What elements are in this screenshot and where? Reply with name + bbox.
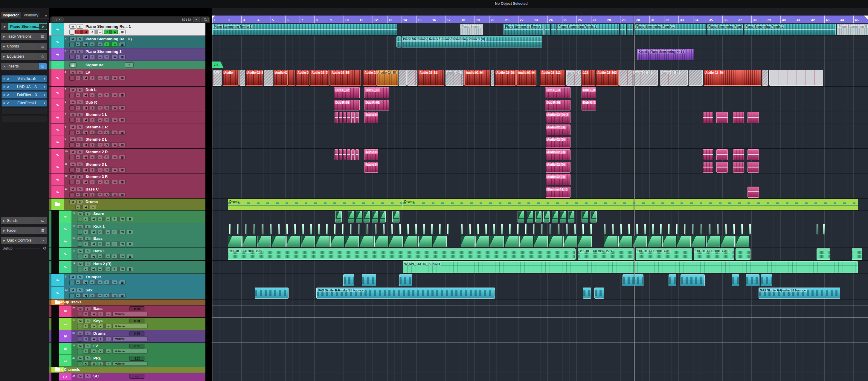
lanes-button[interactable]: ▥ [119, 118, 126, 122]
track-lane-gfold[interactable] [212, 300, 868, 306]
audio-clip[interactable] [612, 224, 614, 234]
audio-clip[interactable] [418, 236, 432, 247]
record-monitor-buttons[interactable]: ●◀ [83, 267, 96, 271]
inspector-section-track-versions[interactable]: ▶Track Versions▤ [1, 33, 47, 40]
audio-clip[interactable]: Audio 02_57 [660, 70, 688, 86]
audio-clip[interactable] [703, 112, 713, 123]
audio-clip[interactable] [364, 211, 370, 222]
audio-clip[interactable]: Drums [228, 199, 403, 210]
ruler-bar-17[interactable]: 17 [445, 15, 460, 23]
read-write-buttons[interactable]: RW [104, 75, 118, 80]
edit-channel-icon[interactable]: e [39, 24, 46, 30]
track-lane-dfold[interactable]: DrumsDrums [212, 199, 868, 210]
mute-button[interactable]: M [69, 100, 76, 105]
audio-clip[interactable]: Audio 02 [363, 70, 377, 86]
audio-clip[interactable] [706, 236, 720, 247]
insert-slot[interactable]: ≡eValhalla...rb▾ [1, 75, 47, 82]
audio-clip[interactable] [551, 24, 556, 35]
audio-clip[interactable]: Drums [403, 199, 858, 210]
audio-clip[interactable]: Audio 02 (D) [546, 162, 570, 173]
track-lane-g26[interactable] [212, 343, 868, 355]
record-monitor-buttons[interactable]: ●◀ [75, 180, 89, 184]
track-lane-sig[interactable]: 7/4+ [212, 61, 868, 69]
audio-clip[interactable] [620, 24, 626, 35]
solo-button[interactable]: S [84, 356, 91, 360]
track-color-strip[interactable]: ∿ [52, 69, 64, 86]
audio-clip[interactable] [343, 274, 354, 286]
audio-clip[interactable] [746, 274, 760, 286]
audio-clip[interactable]: 92_MN_STATIC_PERC-01 [403, 261, 858, 273]
edit-freeze-buttons[interactable]: e∞ [90, 168, 103, 172]
edit-freeze-buttons[interactable]: e∞ [90, 105, 103, 110]
track-row-bassc[interactable]: ∿13MSBass C●◀e∞RW▥ [49, 186, 206, 199]
ruler-bar-41[interactable]: 41 [795, 15, 810, 23]
audio-clip[interactable] [560, 211, 566, 222]
track-lane-ffold[interactable] [212, 367, 868, 373]
audio-clip[interactable] [347, 112, 350, 123]
ruler-bar-44[interactable]: 44 [839, 15, 854, 23]
automation-checkbox[interactable] [69, 155, 74, 160]
audio-clip[interactable] [334, 224, 336, 234]
track-name[interactable]: Stemme 3 R [86, 174, 107, 179]
audio-clip[interactable] [762, 70, 768, 86]
audio-clip[interactable]: Audio 02_103 [596, 70, 619, 86]
audio-clip[interactable] [331, 236, 344, 247]
automation-checkbox[interactable] [69, 130, 74, 135]
automation-checkbox[interactable] [77, 324, 82, 329]
audio-clip[interactable] [549, 236, 562, 247]
audio-clip[interactable] [677, 236, 691, 247]
ruler-bar-21[interactable]: 21 [504, 15, 519, 23]
audio-clip[interactable] [519, 236, 533, 247]
audio-clip[interactable] [439, 224, 441, 234]
automation-checkbox[interactable] [69, 118, 74, 123]
edit-freeze-buttons[interactable]: e∞ [98, 361, 111, 366]
mute-button[interactable]: M [77, 319, 84, 323]
track-row-s1l[interactable]: ∿7MSStemme 1 L●◀e∞RW▥ [49, 111, 206, 124]
ruler-bar-32[interactable]: 32 [664, 15, 679, 23]
lanes-button[interactable]: ▥ [127, 267, 133, 271]
audio-clip[interactable] [288, 70, 295, 86]
mute-button[interactable]: M [77, 211, 84, 216]
audio-clip[interactable]: Audio 0 [364, 112, 378, 123]
record-monitor-buttons[interactable]: ●◀ [75, 30, 89, 34]
track-row-s3r[interactable]: ∿12MSStemme 3 R●◀e∞RW▥ [49, 173, 206, 186]
audio-clip[interactable] [240, 70, 245, 86]
audio-clip[interactable] [660, 224, 662, 234]
edit-freeze-buttons[interactable]: e∞ [90, 118, 103, 122]
lanes-button[interactable]: ▥ [119, 180, 126, 184]
audio-clip[interactable] [372, 211, 378, 222]
audio-clip[interactable]: Piano Stemm [460, 24, 483, 35]
track-name[interactable]: Signature [86, 63, 103, 67]
track-color-strip[interactable]: ∿ [52, 161, 64, 173]
edit-freeze-buttons[interactable]: e∞ [90, 75, 103, 80]
audio-clip[interactable] [550, 224, 551, 234]
mute-button[interactable]: M [69, 162, 76, 167]
audio-clip[interactable]: Piano Stemmning Remi [707, 24, 743, 35]
audio-clip[interactable] [703, 149, 713, 160]
audio-clip[interactable]: Piano Stemmning Remix 1 [212, 24, 397, 35]
automation-checkbox[interactable] [69, 105, 74, 110]
track-row-g24[interactable]: ≋24MSKeys0.00RWe∞Volume [49, 318, 206, 330]
edit-freeze-buttons[interactable]: e∞ [90, 93, 103, 97]
audio-clip[interactable]: Audio 0 [364, 149, 378, 160]
track-row-t2[interactable]: ∿2MSPiano Stemmning Re...D)●◀e∞RW▥ [49, 36, 206, 48]
audio-clip[interactable]: Piano Stemmning Remix 1 (Piano Stemmning… [402, 36, 542, 47]
audio-clip[interactable] [816, 224, 818, 234]
track-name[interactable]: Drums [93, 331, 105, 336]
track-row-sc[interactable]: FX28MSSC-oo [49, 373, 206, 381]
mute-button[interactable]: M [69, 125, 76, 129]
ruler-bar-23[interactable]: 23 [533, 15, 548, 23]
volume-parameter[interactable]: Volume [113, 361, 148, 366]
ruler-bar-37[interactable]: 37 [737, 15, 751, 23]
lanes-button[interactable]: ▥ [119, 192, 126, 197]
solo-button[interactable]: S [76, 174, 83, 179]
audio-clip[interactable] [716, 162, 728, 173]
audio-clip[interactable] [360, 236, 373, 247]
automation-checkbox[interactable] [69, 30, 74, 35]
audio-clip[interactable] [278, 224, 280, 234]
track-name[interactable]: Trumpet [86, 275, 101, 279]
track-name[interactable]: Stemme 1 L [86, 112, 107, 117]
mute-button[interactable]: M [77, 331, 84, 336]
insert-slot-empty[interactable] [1, 115, 47, 123]
edit-plugin-icon[interactable]: e [7, 77, 9, 81]
